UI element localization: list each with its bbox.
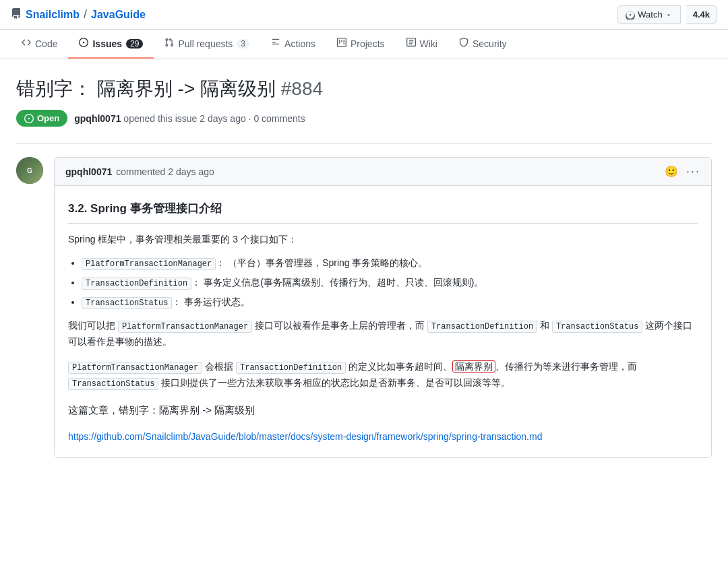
code-ts: TransactionStatus — [82, 297, 172, 309]
tab-wiki[interactable]: Wiki — [396, 30, 448, 59]
section-heading: 3.2. Spring 事务管理接口介绍 — [68, 199, 698, 224]
error-highlight: 隔离界别 — [452, 360, 495, 373]
tab-code[interactable]: Code — [11, 30, 68, 59]
code-ptm-2: PlatformTransactionManager — [118, 321, 252, 333]
status-label: Open — [37, 113, 59, 123]
tab-issues[interactable]: Issues 29 — [68, 30, 154, 59]
more-options-icon[interactable]: ··· — [686, 164, 700, 179]
tab-projects[interactable]: Projects — [326, 30, 396, 59]
repo-owner-link[interactable]: Snailclimb — [26, 9, 80, 21]
list-item-2: TransactionDefinition： 事务定义信息(事务隔离级别、传播行… — [82, 275, 698, 290]
watch-button[interactable]: Watch — [617, 5, 680, 24]
issue-title-text: 错别字： 隔离界别 -> 隔离级别 — [16, 78, 276, 99]
tab-projects-label: Projects — [351, 38, 385, 49]
tab-actions[interactable]: Actions — [260, 30, 326, 59]
repo-breadcrumb: Snailclimb / JavaGuide — [11, 7, 146, 22]
tab-code-label: Code — [35, 38, 57, 49]
avatar: G — [16, 157, 43, 184]
comment-box: gpqhl0071 commented 2 days ago 🙂 ··· 3.2… — [54, 157, 712, 458]
wiki-icon — [406, 38, 416, 49]
code-td-2: TransactionDefinition — [427, 321, 537, 333]
comment-author-name[interactable]: gpqhl0071 — [65, 166, 112, 177]
comment-action-time: commented 2 days ago — [116, 166, 214, 177]
comment-header: gpqhl0071 commented 2 days ago 🙂 ··· — [55, 158, 711, 186]
watch-count[interactable]: 4.4k — [686, 5, 717, 24]
code-ptm-3: PlatformTransactionManager — [68, 362, 202, 374]
tab-wiki-label: Wiki — [420, 38, 437, 49]
issue-number: #884 — [281, 78, 323, 99]
issue-author[interactable]: gpqhl0071 — [74, 113, 121, 124]
comment-body: 3.2. Spring 事务管理接口介绍 Spring 框架中，事务管理相关最重… — [55, 186, 711, 457]
issues-badge: 29 — [126, 39, 143, 49]
main-content: 错别字： 隔离界别 -> 隔离级别 #884 Open gpqhl0071 op… — [0, 59, 728, 474]
avatar-image: G — [16, 157, 43, 184]
description-para: 我们可以把 PlatformTransactionManager 接口可以被看作… — [68, 318, 698, 350]
watch-label: Watch — [638, 9, 662, 20]
issues-icon — [79, 38, 88, 49]
issue-meta-text: gpqhl0071 opened this issue 2 days ago ·… — [74, 113, 305, 124]
code-td: TransactionDefinition — [82, 278, 191, 290]
issue-meta: Open gpqhl0071 opened this issue 2 days … — [16, 110, 712, 127]
pr-badge: 3 — [237, 39, 249, 49]
code-icon — [22, 38, 31, 49]
repo-name-link[interactable]: JavaGuide — [91, 9, 146, 21]
tab-pr-label: Pull requests — [178, 38, 233, 49]
issue-status-badge: Open — [16, 110, 67, 127]
pr-icon — [164, 38, 174, 49]
list-item-1-text: （平台）事务管理器，Spring 事务策略的核心。 — [228, 257, 427, 268]
comment-action: commented — [116, 166, 165, 177]
list-item-1: PlatformTransactionManager： （平台）事务管理器，Sp… — [82, 255, 698, 271]
issue-comments: 0 comments — [253, 113, 305, 124]
code-ptm: PlatformTransactionManager — [82, 258, 216, 270]
reference-link[interactable]: https://github.com/Snailclimb/JavaGuide/… — [68, 431, 542, 442]
comment-thread: G gpqhl0071 commented 2 days ago 🙂 ··· — [16, 157, 712, 458]
management-para: PlatformTransactionManager 会根据 Transacti… — [68, 359, 698, 391]
comment-time-text: 2 days ago — [168, 166, 214, 177]
repo-icon — [11, 8, 22, 22]
page-header: Snailclimb / JavaGuide Watch 4.4k — [0, 0, 728, 30]
tab-security[interactable]: Security — [448, 30, 518, 59]
issue-time: 2 days ago — [200, 113, 246, 124]
repo-nav: Code Issues 29 Pull requests 3 Actions — [0, 30, 728, 59]
comment-author-info: gpqhl0071 commented 2 days ago — [65, 166, 214, 177]
tab-security-label: Security — [473, 38, 507, 49]
list-item-2-text: 事务定义信息(事务隔离级别、传播行为、超时、只读、回滚规则)。 — [204, 277, 483, 288]
projects-icon — [337, 38, 346, 49]
error-summary: 这篇文章，错别字：隔离界别 -> 隔离级别 — [68, 402, 698, 418]
code-ts-2: TransactionStatus — [552, 321, 642, 333]
code-ts-3: TransactionStatus — [68, 378, 158, 390]
tab-actions-label: Actions — [284, 38, 315, 49]
emoji-reaction-icon[interactable]: 🙂 — [665, 165, 678, 178]
header-actions: Watch 4.4k — [617, 5, 717, 24]
list-item-3: TransactionStatus： 事务运行状态。 — [82, 294, 698, 310]
intro-paragraph: Spring 框架中，事务管理相关最重要的 3 个接口如下： — [68, 232, 698, 247]
security-icon — [459, 38, 468, 49]
repo-separator: / — [84, 7, 87, 22]
interface-list: PlatformTransactionManager： （平台）事务管理器，Sp… — [82, 255, 698, 311]
issue-title: 错别字： 隔离界别 -> 隔离级别 #884 — [16, 75, 712, 102]
tab-pull-requests[interactable]: Pull requests 3 — [154, 30, 260, 59]
tab-issues-label: Issues — [92, 38, 122, 49]
code-td-3: TransactionDefinition — [236, 362, 346, 374]
list-item-3-text: 事务运行状态。 — [184, 296, 250, 307]
comment-actions: 🙂 ··· — [665, 164, 700, 179]
actions-icon — [271, 38, 280, 49]
